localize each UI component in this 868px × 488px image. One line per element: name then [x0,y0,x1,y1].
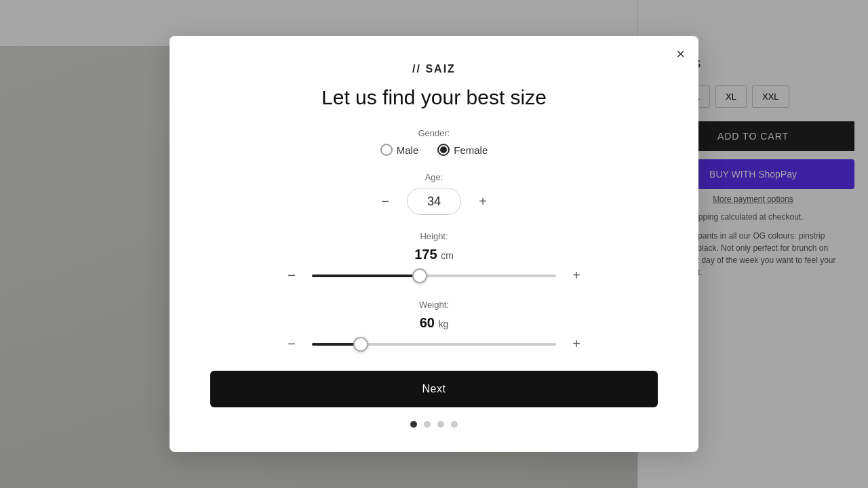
gender-options: Male Female [210,144,658,156]
gender-female-radio[interactable] [437,144,450,156]
weight-slider[interactable] [312,343,556,346]
weight-value-display: 60 kg [210,315,658,331]
modal-title: Let us find your best size [210,86,658,109]
gender-female-label: Female [454,144,488,156]
dot-1 [410,421,417,428]
weight-decrement-button[interactable]: − [282,336,301,352]
height-value-display: 175 cm [210,247,658,262]
gender-male-label: Male [397,144,419,156]
size-finder-modal: × // SAIZ Let us find your best size Gen… [170,36,698,452]
age-section: Age: − + [210,172,658,215]
weight-increment-button[interactable]: + [567,336,586,352]
weight-slider-row: − + [210,336,658,352]
height-decrement-button[interactable]: − [282,268,301,283]
height-section: Height: 175 cm − + [210,231,658,283]
age-stepper-row: − + [210,188,658,215]
progress-dots [210,421,658,428]
close-button[interactable]: × [676,47,685,62]
age-decrement-button[interactable]: − [374,190,396,212]
age-input[interactable] [407,188,461,215]
modal-logo: // SAIZ [210,63,658,75]
dot-2 [424,421,431,428]
weight-section: Weight: 60 kg − + [210,300,658,352]
height-increment-button[interactable]: + [567,268,586,283]
gender-male-radio[interactable] [380,144,393,156]
next-button[interactable]: Next [210,371,658,407]
height-label: Height: [210,231,658,241]
weight-label: Weight: [210,300,658,310]
gender-female-radio-fill [440,146,447,153]
age-label: Age: [210,172,658,182]
dot-4 [451,421,458,428]
gender-section: Gender: Male Female [210,128,658,156]
gender-male-option[interactable]: Male [380,144,419,156]
age-increment-button[interactable]: + [472,190,494,212]
height-slider-row: − + [210,268,658,283]
height-slider[interactable] [312,274,556,277]
gender-label: Gender: [210,128,658,138]
dot-3 [437,421,444,428]
gender-female-option[interactable]: Female [437,144,488,156]
